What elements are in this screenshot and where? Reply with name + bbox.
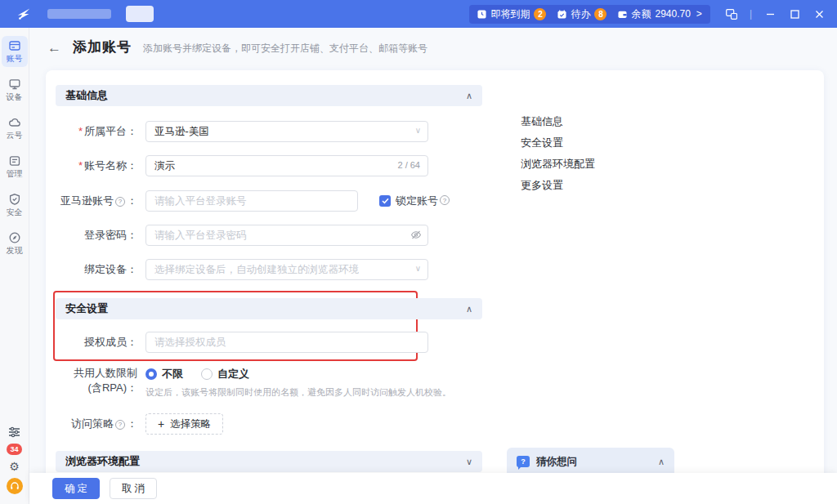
section-title: 安全设置: [65, 301, 108, 316]
confirm-button[interactable]: 确定: [52, 478, 100, 499]
section-title: 浏览器环境配置: [65, 454, 140, 469]
field-row-access-policy: 访问策略?： + 选择策略: [56, 413, 223, 435]
anchor-item-browser[interactable]: 浏览器环境配置: [521, 158, 595, 170]
radio-option-custom[interactable]: 自定义: [201, 367, 249, 381]
page-header: ← 添加账号 添加账号并绑定设备，即可安全打开店铺、支付平台、邮箱等账号: [47, 38, 427, 59]
password-input[interactable]: [154, 230, 419, 241]
main-content: ← 添加账号 添加账号并绑定设备，即可安全打开店铺、支付平台、邮箱等账号 基础信…: [29, 28, 837, 504]
field-label: 亚马逊账号?：: [56, 194, 137, 208]
status-pill: 即将到期 2 待办 8 余额 2940.70 >: [469, 5, 709, 24]
radio-unselected-icon[interactable]: [201, 368, 213, 380]
checkbox-checked-icon[interactable]: [379, 195, 391, 207]
customer-service-icon[interactable]: [7, 478, 23, 494]
suggested-questions-title: 猜你想问: [536, 455, 651, 469]
redacted-text: [47, 9, 111, 19]
settings-gear-icon[interactable]: ⚙: [9, 461, 20, 472]
wallet-icon: [618, 10, 627, 19]
sidebar-item-devices[interactable]: 设备: [2, 74, 28, 105]
maximize-button[interactable]: [788, 7, 801, 20]
char-counter: 2 / 64: [394, 160, 420, 170]
field-label: 共用人数限制 (含RPA)：: [56, 366, 137, 395]
radio-option-unlimited[interactable]: 不限: [145, 367, 183, 381]
sidebar-item-label: 管理: [7, 169, 23, 178]
close-button[interactable]: [812, 7, 826, 20]
anchor-item-security[interactable]: 安全设置: [521, 136, 595, 149]
share-limit-radio-group: 不限 自定义: [145, 366, 451, 382]
expiring-count-badge: 2: [534, 8, 546, 20]
balance-button[interactable]: 余额 2940.70 >: [618, 7, 701, 21]
balance-label: 余额: [631, 7, 651, 21]
field-label: 授权成员：: [56, 335, 137, 350]
sidebar-item-manage[interactable]: 管理: [2, 151, 28, 182]
lock-account-checkbox-group[interactable]: 锁定账号 ?: [379, 194, 451, 208]
app-logo-icon: [15, 5, 33, 23]
account-name-input[interactable]: [154, 160, 419, 172]
balance-arrow-icon: >: [696, 8, 702, 20]
field-row-password: 登录密码：: [56, 225, 428, 246]
todo-label: 待办: [571, 7, 590, 21]
auth-member-placeholder: 请选择授权成员: [154, 336, 226, 350]
sidebar-item-accounts[interactable]: 账号: [2, 36, 28, 67]
page-subtitle: 添加账号并绑定设备，即可安全打开店铺、支付平台、邮箱等账号: [143, 42, 427, 56]
todo-badge[interactable]: 待办 8: [557, 7, 606, 21]
redacted-tab: [126, 6, 154, 22]
suggested-questions-panel[interactable]: ? 猜你想问 ∧: [507, 448, 674, 475]
cancel-button[interactable]: 取消: [110, 478, 157, 499]
bind-device-select[interactable]: 选择绑定设备后，自动创建独立的浏览器环境 ∨: [145, 259, 428, 280]
amazon-account-input[interactable]: [154, 195, 349, 207]
sidebar-item-label: 云号: [7, 131, 23, 140]
expiring-soon-label: 即将到期: [490, 7, 530, 21]
anchor-item-basic[interactable]: 基础信息: [521, 115, 595, 127]
sidebar-item-cloud[interactable]: 云号: [2, 113, 28, 144]
field-label: *所属平台：: [56, 124, 137, 139]
select-policy-button[interactable]: + 选择策略: [145, 413, 223, 435]
form-footer: 确定 取消: [29, 473, 837, 504]
sidebar-item-label: 安全: [7, 207, 23, 216]
cloud-icon: [8, 116, 21, 129]
sidebar-item-discover[interactable]: 发现: [2, 228, 28, 259]
help-circle-icon[interactable]: ?: [115, 420, 125, 430]
field-row-platform: *所属平台： 亚马逊-美国 ∨: [56, 121, 428, 142]
help-circle-icon[interactable]: ?: [115, 197, 125, 207]
collapse-up-icon[interactable]: ∧: [658, 457, 665, 467]
password-field-box: [145, 225, 428, 246]
anchor-nav: 基础信息 安全设置 浏览器环境配置 更多设置: [521, 115, 595, 191]
help-circle-icon[interactable]: ?: [440, 195, 450, 205]
notification-count-badge[interactable]: 34: [7, 444, 22, 455]
field-label: 访问策略?：: [56, 417, 137, 431]
collapse-up-icon[interactable]: ∧: [466, 304, 472, 314]
amazon-account-field-box: [145, 190, 358, 212]
platform-select[interactable]: 亚马逊-美国 ∨: [145, 121, 428, 142]
manage-icon: [8, 154, 21, 167]
controls-separator: |: [750, 8, 752, 20]
chevron-down-icon: ∨: [415, 264, 421, 273]
back-arrow-icon[interactable]: ←: [47, 40, 61, 56]
field-label: 登录密码：: [56, 228, 137, 243]
compass-icon: [8, 231, 21, 244]
clock-icon: [477, 10, 486, 19]
collapse-down-icon[interactable]: ∨: [466, 457, 472, 467]
field-label: 绑定设备：: [56, 262, 137, 277]
minimize-button[interactable]: [763, 7, 777, 20]
section-header-browser[interactable]: 浏览器环境配置 ∨: [56, 451, 482, 472]
monitor-icon: [8, 78, 21, 91]
section-header-basic[interactable]: 基础信息 ∧: [56, 85, 482, 106]
lock-account-label: 锁定账号: [396, 194, 438, 208]
field-label: *账号名称：: [56, 158, 137, 173]
eye-off-icon[interactable]: [410, 230, 422, 243]
sliders-icon[interactable]: [8, 426, 20, 438]
required-mark: *: [78, 125, 83, 137]
radio-selected-icon[interactable]: [145, 368, 157, 380]
float-window-icon[interactable]: [725, 7, 738, 20]
bind-device-placeholder: 选择绑定设备后，自动创建独立的浏览器环境: [154, 263, 359, 277]
expiring-soon-badge[interactable]: 即将到期 2: [477, 7, 546, 21]
anchor-item-more[interactable]: 更多设置: [521, 179, 595, 191]
field-row-amazon-account: 亚马逊账号?： 锁定账号 ?: [56, 190, 451, 212]
section-header-security[interactable]: 安全设置 ∧: [56, 298, 482, 319]
shield-icon: [8, 193, 21, 206]
collapse-up-icon[interactable]: ∧: [466, 91, 472, 101]
sidebar-item-security[interactable]: 安全: [2, 190, 28, 221]
auth-member-select[interactable]: 请选择授权成员: [145, 332, 428, 353]
account-card-icon: [8, 39, 21, 52]
balance-value: 2940.70: [655, 8, 690, 20]
